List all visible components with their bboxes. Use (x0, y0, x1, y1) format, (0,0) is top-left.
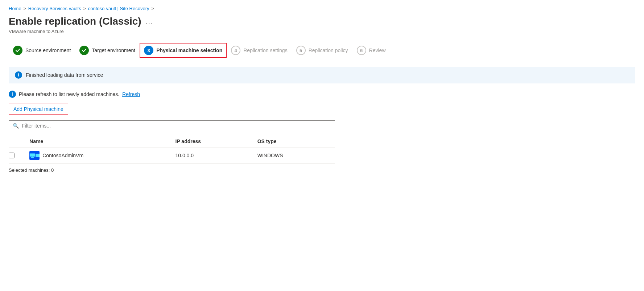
refresh-link[interactable]: Refresh (122, 91, 140, 97)
step-2-icon (79, 46, 89, 55)
filter-container: 🔍 (9, 120, 335, 131)
table-header-check (9, 136, 25, 147)
add-physical-machine-button[interactable]: Add Physical machine (9, 104, 68, 115)
breadcrumb-sep-1: > (24, 6, 26, 11)
step-replication-policy[interactable]: 5 Replication policy (292, 43, 352, 58)
info-banner-text: Finished loading data from service (26, 72, 103, 78)
svg-rect-1 (32, 157, 33, 157)
page-subtitle: VMware machine to Azure (9, 29, 635, 34)
page-header: Enable replication (Classic) ... (9, 16, 635, 27)
wizard-steps: Source environment Target environment 3 … (9, 43, 635, 58)
filter-input[interactable] (22, 123, 331, 129)
svg-rect-2 (31, 157, 34, 158)
step-physical-machine-selection[interactable]: 3 Physical machine selection (140, 43, 227, 58)
breadcrumb-sep-2: > (83, 6, 86, 11)
refresh-info-icon: i (9, 91, 16, 98)
add-machine-label: Add Physical machine (13, 106, 63, 112)
table-header-os: OS type (253, 136, 335, 147)
vm-icon (29, 151, 40, 160)
step-target-environment[interactable]: Target environment (75, 43, 140, 58)
breadcrumb-recovery-vaults[interactable]: Recovery Services vaults (28, 6, 81, 11)
step-2-label: Target environment (92, 47, 135, 53)
step-6-icon: 6 (357, 46, 366, 55)
info-banner: i Finished loading data from service (9, 67, 635, 83)
search-icon: 🔍 (13, 123, 19, 129)
step-replication-settings[interactable]: 4 Replication settings (227, 43, 292, 58)
step-4-icon: 4 (231, 46, 240, 55)
table-header-name: Name (25, 136, 171, 147)
row-name-cell: ContosoAdminVm (25, 147, 171, 164)
svg-rect-0 (30, 153, 35, 157)
table-header-ip: IP address (171, 136, 253, 147)
step-3-icon: 3 (144, 46, 153, 55)
refresh-text: Please refresh to list newly added machi… (19, 91, 119, 97)
row-name: ContosoAdminVm (42, 153, 83, 158)
step-1-label: Source environment (25, 47, 71, 53)
row-ip: 10.0.0.0 (171, 147, 253, 164)
info-icon: i (15, 71, 22, 79)
row-os: WINDOWS (253, 147, 335, 164)
table-row: ContosoAdminVm 10.0.0.0 WINDOWS (9, 147, 335, 164)
page-title: Enable replication (Classic) (9, 16, 141, 27)
step-6-label: Review (369, 47, 386, 53)
step-review[interactable]: 6 Review (352, 43, 390, 58)
step-source-environment[interactable]: Source environment (9, 43, 75, 58)
step-4-label: Replication settings (243, 47, 287, 53)
row-check-cell (9, 147, 25, 164)
step-5-label: Replication policy (309, 47, 348, 53)
more-options-icon[interactable]: ... (146, 18, 153, 25)
step-5-icon: 5 (296, 46, 306, 55)
breadcrumb-home[interactable]: Home (9, 6, 21, 11)
machines-table: Name IP address OS type (9, 136, 335, 164)
breadcrumb-contoso-vault[interactable]: contoso-vault | Site Recovery (88, 6, 149, 11)
row-checkbox[interactable] (9, 153, 15, 158)
refresh-notice: i Please refresh to list newly added mac… (9, 91, 635, 98)
selected-count: Selected machines: 0 (9, 167, 635, 173)
breadcrumb: Home > Recovery Services vaults > contos… (9, 6, 635, 11)
step-1-icon (13, 46, 22, 55)
step-3-label: Physical machine selection (156, 47, 222, 53)
breadcrumb-sep-3: > (152, 6, 154, 11)
